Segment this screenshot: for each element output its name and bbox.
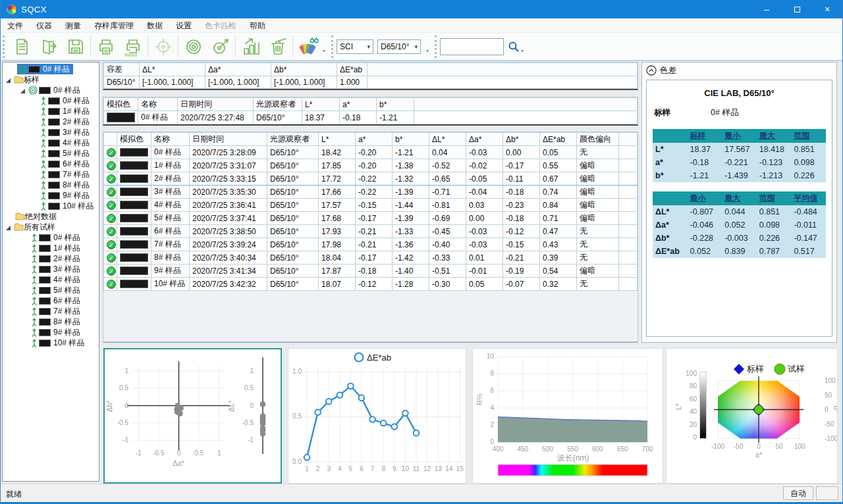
measure-button[interactable] bbox=[207, 34, 234, 59]
tree-item-23[interactable]: 7# 样品 bbox=[3, 306, 99, 316]
tree-item-content[interactable]: 标样 bbox=[13, 74, 43, 85]
tree-item-content[interactable]: 7# 样品 bbox=[30, 306, 84, 316]
print-button[interactable] bbox=[92, 34, 119, 59]
sample-row-7[interactable]: ✓7# 样品2020/7/25 3:39:24D65/10°17.98-0.21… bbox=[104, 238, 638, 251]
tree-item-11[interactable]: 8# 样品 bbox=[3, 180, 99, 190]
tree-item-8[interactable]: 5# 样品 bbox=[3, 148, 99, 159]
sample-row-8[interactable]: ✓8# 样品2020/7/25 3:40:34D65/10°18.04-0.17… bbox=[104, 251, 638, 265]
menu-item-1[interactable]: 仪器 bbox=[30, 18, 59, 33]
tree-item-19[interactable]: 3# 样品 bbox=[3, 264, 99, 274]
tree-item-content[interactable]: 10# 样品 bbox=[40, 201, 97, 211]
tree-item-content[interactable]: 2# 样品 bbox=[40, 116, 93, 127]
menu-item-5[interactable]: 设置 bbox=[169, 18, 198, 33]
chart-panel-gamut[interactable]: 标样试样100806040200L*100500-50-100b*-100-50… bbox=[666, 348, 838, 484]
tree-item-content[interactable]: 3# 样品 bbox=[30, 264, 84, 274]
maximize-button[interactable] bbox=[782, 0, 812, 18]
save-button[interactable] bbox=[62, 34, 89, 59]
tree-item-10[interactable]: 7# 样品 bbox=[3, 169, 99, 180]
chart-panel-de-trend[interactable]: ΔE*ab1234567891011121314150.00.51.0 bbox=[288, 348, 466, 484]
sample-row-10[interactable]: ✓10# 样品2020/7/25 3:42:32D65/10°18.07-0.1… bbox=[104, 278, 638, 291]
toolbar-overflow-icon[interactable]: ▾ bbox=[521, 48, 524, 54]
tree-item-content[interactable]: 2# 样品 bbox=[30, 253, 84, 264]
toolbar-grip[interactable] bbox=[331, 36, 334, 58]
tree-item-content[interactable]: 8# 样品 bbox=[30, 316, 84, 327]
tree-item-9[interactable]: 6# 样品 bbox=[3, 159, 99, 169]
tree-item-2[interactable]: 0# 样品 bbox=[3, 85, 99, 95]
sample-row-9[interactable]: ✓9# 样品2020/7/25 3:41:34D65/10°17.87-0.18… bbox=[104, 265, 638, 278]
menu-item-4[interactable]: 数据 bbox=[140, 18, 169, 33]
minimize-button[interactable]: – bbox=[751, 0, 782, 18]
chart-panel-scatter[interactable]: -1-1-0.5-0.5000.50.511Δb*Δa*-1-0.500.51Δ… bbox=[103, 348, 282, 484]
search-icon[interactable] bbox=[508, 41, 520, 53]
tree-item-content[interactable]: 绝对数据 bbox=[14, 211, 60, 222]
tree-item-content[interactable]: 6# 样品 bbox=[40, 159, 93, 169]
tree-item-3[interactable]: 0# 样品 bbox=[3, 95, 99, 106]
tree-item-1[interactable]: 标样 bbox=[3, 74, 99, 85]
toolbar-grip[interactable] bbox=[435, 36, 437, 58]
new-document-button[interactable] bbox=[8, 34, 35, 59]
menu-item-0[interactable]: 文件 bbox=[1, 18, 30, 33]
expander-icon[interactable] bbox=[5, 76, 12, 83]
sample-row-2[interactable]: ✓2# 样品2020/7/25 3:33:15D65/10°17.72-0.22… bbox=[104, 172, 638, 186]
expander-icon[interactable] bbox=[20, 87, 26, 93]
tree-item-25[interactable]: 9# 样品 bbox=[3, 327, 99, 338]
tree-item-15[interactable]: 所有试样 bbox=[3, 222, 99, 232]
menu-item-3[interactable]: 存样库管理 bbox=[88, 18, 140, 33]
tree-item-content[interactable]: 4# 样品 bbox=[40, 138, 93, 148]
tree-item-content[interactable]: 8# 样品 bbox=[40, 180, 93, 190]
sample-row-3[interactable]: ✓3# 样品2020/7/25 3:35:30D65/10°17.66-0.22… bbox=[104, 186, 638, 199]
tree-item-18[interactable]: 2# 样品 bbox=[3, 253, 99, 264]
tree-item-16[interactable]: 0# 样品 bbox=[3, 232, 99, 243]
toolbar-grip[interactable] bbox=[3, 36, 5, 58]
search-input[interactable] bbox=[440, 38, 504, 55]
tree-item-21[interactable]: 5# 样品 bbox=[3, 285, 99, 295]
calibrate-button[interactable] bbox=[180, 34, 207, 59]
chart-panel-reflectance[interactable]: 0246810400450500550600650700R%波长(nm) bbox=[472, 348, 663, 484]
tree-item-content[interactable]: 1# 样品 bbox=[40, 106, 93, 116]
tree-item-24[interactable]: 8# 样品 bbox=[3, 316, 99, 327]
sample-row-1[interactable]: ✓1# 样品2020/7/25 3:31:07D65/10°17.85-0.20… bbox=[104, 159, 638, 172]
tree-item-6[interactable]: 3# 样品 bbox=[3, 127, 99, 138]
print-word-button[interactable]: Word bbox=[119, 34, 146, 59]
tree-item-14[interactable]: 绝对数据 bbox=[3, 211, 99, 222]
tree-item-content[interactable]: 4# 样品 bbox=[30, 274, 84, 285]
sample-row-0[interactable]: ✓0# 样品2020/7/25 3:28:09D65/10°18.42-0.20… bbox=[104, 146, 638, 159]
tree-item-content[interactable]: 9# 样品 bbox=[30, 327, 84, 338]
tree-item-content[interactable]: 10# 样品 bbox=[30, 338, 88, 348]
sci-sce-select[interactable]: SCI ▾ bbox=[337, 39, 373, 54]
sample-row-4[interactable]: ✓4# 样品2020/7/25 3:36:41D65/10°17.57-0.15… bbox=[104, 199, 638, 212]
export-button[interactable] bbox=[35, 34, 62, 59]
tree-item-content[interactable]: 0# 样品 bbox=[17, 64, 73, 74]
tree-item-content[interactable]: 9# 样品 bbox=[40, 190, 93, 201]
color-match-button[interactable] bbox=[294, 34, 321, 59]
tree-item-26[interactable]: 10# 样品 bbox=[3, 338, 99, 348]
tree-item-content[interactable]: 6# 样品 bbox=[30, 295, 84, 306]
toolbar-overflow-icon[interactable]: ▾ bbox=[323, 48, 325, 54]
sample-row-5[interactable]: ✓5# 样品2020/7/25 3:37:41D65/10°17.68-0.17… bbox=[104, 212, 638, 225]
expander-icon[interactable] bbox=[5, 224, 12, 230]
illuminant-select[interactable]: D65/10° ▾ bbox=[377, 39, 421, 54]
tree-item-17[interactable]: 1# 样品 bbox=[3, 243, 99, 253]
tree-item-content[interactable]: 所有试样 bbox=[13, 222, 59, 232]
tree-item-content[interactable]: 0# 样品 bbox=[30, 232, 84, 243]
tree-item-content[interactable]: 0# 样品 bbox=[40, 95, 93, 106]
tree-item-13[interactable]: 10# 样品 bbox=[3, 201, 99, 211]
statistics-button[interactable] bbox=[237, 34, 264, 59]
close-button[interactable]: × bbox=[812, 0, 842, 18]
tree-item-7[interactable]: 4# 样品 bbox=[3, 138, 99, 148]
menu-item-7[interactable]: 帮助 bbox=[243, 18, 272, 33]
tree-item-0[interactable]: 0# 样品 bbox=[3, 64, 99, 74]
sample-row-6[interactable]: ✓6# 样品2020/7/25 3:38:50D65/10°17.93-0.21… bbox=[104, 225, 638, 238]
tree-item-5[interactable]: 2# 样品 bbox=[3, 116, 99, 127]
auto-mode-button[interactable]: 自动 bbox=[783, 486, 813, 500]
tree-item-content[interactable]: 0# 样品 bbox=[28, 85, 84, 95]
delete-button[interactable] bbox=[264, 34, 291, 59]
tree-item-content[interactable]: 5# 样品 bbox=[40, 148, 93, 159]
tree-item-20[interactable]: 4# 样品 bbox=[3, 274, 99, 285]
tree-item-22[interactable]: 6# 样品 bbox=[3, 295, 99, 306]
tree-item-content[interactable]: 1# 样品 bbox=[30, 243, 84, 253]
tree-item-12[interactable]: 9# 样品 bbox=[3, 190, 99, 201]
tree-item-content[interactable]: 3# 样品 bbox=[40, 127, 93, 138]
tree-item-content[interactable]: 7# 样品 bbox=[40, 169, 93, 180]
tree-item-content[interactable]: 5# 样品 bbox=[30, 285, 84, 295]
